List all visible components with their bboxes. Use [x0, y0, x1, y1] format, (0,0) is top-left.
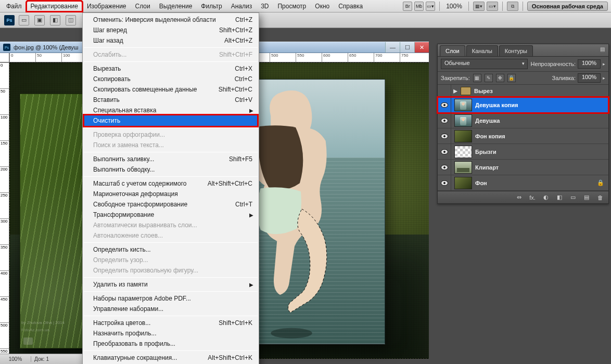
- layer-row[interactable]: Клипарт: [438, 160, 608, 175]
- layer-thumbnail[interactable]: [454, 161, 472, 174]
- opacity-caret-icon[interactable]: ▸: [603, 61, 605, 67]
- new-layer-icon[interactable]: ▤: [582, 194, 591, 201]
- window-maximize-button[interactable]: ☐: [400, 42, 414, 53]
- window-close-button[interactable]: ✕: [414, 42, 429, 53]
- tab-paths[interactable]: Контуры: [499, 45, 533, 56]
- menu-item[interactable]: Выполнить обводку...: [83, 164, 259, 175]
- menu-справка[interactable]: Справка: [334, 1, 367, 11]
- fill-input[interactable]: 100%: [578, 73, 601, 83]
- opt-intersect-icon[interactable]: ◫: [66, 15, 76, 25]
- mask-icon[interactable]: ◐: [542, 194, 550, 201]
- layer-visibility-toggle[interactable]: [438, 113, 451, 128]
- layer-name[interactable]: Девушка: [475, 118, 500, 124]
- layer-group-row[interactable]: ▸Вырез: [438, 85, 608, 97]
- menu-выделение[interactable]: Выделение: [155, 1, 197, 11]
- group-disclosure-icon[interactable]: ▸: [453, 86, 457, 96]
- menu-item[interactable]: Выполнить заливку...Shift+F5: [83, 154, 259, 164]
- menu-item[interactable]: Управление наборами...: [83, 304, 259, 314]
- layer-visibility-toggle[interactable]: [438, 85, 451, 97]
- menu-item[interactable]: Определить кисть...: [83, 244, 259, 255]
- menu-item[interactable]: Масштаб с учетом содержимогоAlt+Shift+Ct…: [83, 178, 259, 189]
- layer-row[interactable]: Брызги: [438, 144, 608, 160]
- layer-row[interactable]: Девушка: [438, 113, 608, 128]
- zoom-level[interactable]: 100%: [444, 3, 464, 10]
- lock-position-icon[interactable]: ✥: [496, 74, 504, 82]
- layer-thumbnail[interactable]: [454, 146, 472, 158]
- bridge-icon[interactable]: Br: [403, 2, 412, 11]
- menu-item[interactable]: Настройка цветов...Shift+Ctrl+K: [83, 318, 259, 328]
- workspace-button[interactable]: Основная рабочая среда: [527, 2, 608, 11]
- layer-thumbnail[interactable]: [454, 99, 472, 111]
- fill-caret-icon[interactable]: ▸: [603, 75, 605, 81]
- layer-name[interactable]: Девушка копия: [475, 102, 518, 108]
- layer-name[interactable]: Фон копия: [475, 133, 505, 139]
- menu-item[interactable]: Трансформирование▶: [83, 210, 259, 220]
- menu-фильтр[interactable]: Фильтр: [197, 1, 226, 11]
- menu-item[interactable]: Шаг впередShift+Ctrl+Z: [83, 25, 259, 35]
- vertical-ruler[interactable]: 050100150200250300350400450500550: [0, 62, 9, 364]
- fx-icon[interactable]: fx.: [528, 194, 537, 201]
- menu-item[interactable]: Удалить из памяти▶: [83, 279, 259, 290]
- layer-thumbnail[interactable]: [454, 114, 472, 127]
- menu-item[interactable]: Свободное трансформированиеCtrl+T: [83, 199, 259, 210]
- menu-просмотр[interactable]: Просмотр: [273, 1, 310, 11]
- menu-item[interactable]: Очистить: [83, 115, 259, 126]
- extras-icon[interactable]: ⧉: [507, 2, 518, 11]
- menu-3d[interactable]: 3D: [257, 1, 273, 11]
- screen-mode-icon[interactable]: ▭▾: [426, 2, 435, 11]
- menu-item[interactable]: Отменить: Инверсия выделенной областиCtr…: [83, 15, 259, 25]
- menu-слои[interactable]: Слои: [131, 1, 155, 11]
- menu-item[interactable]: Преобразовать в профиль...: [83, 339, 259, 349]
- link-layers-icon[interactable]: ⇔: [515, 194, 523, 201]
- tab-layers[interactable]: Слои: [440, 45, 465, 56]
- lock-transparent-icon[interactable]: ▦: [473, 74, 481, 82]
- opt-sub-select-icon[interactable]: ◧: [50, 15, 60, 25]
- adjustment-icon[interactable]: ◧: [555, 194, 564, 201]
- menu-item[interactable]: ВырезатьCtrl+X: [83, 63, 259, 74]
- menu-изображение[interactable]: Изображение: [83, 1, 131, 11]
- minibridge-icon[interactable]: Mb: [414, 2, 424, 11]
- menu-анализ[interactable]: Анализ: [227, 1, 257, 11]
- panel-menu-icon[interactable]: ▤: [598, 46, 606, 54]
- menu-item[interactable]: Скопировать совмещенные данныеShift+Ctrl…: [83, 84, 259, 95]
- menu-item[interactable]: Марионеточная деформация: [83, 189, 259, 199]
- lock-all-icon[interactable]: 🔒: [507, 74, 516, 82]
- edit-menu-dropdown[interactable]: Отменить: Инверсия выделенной областиCtr…: [82, 12, 259, 364]
- menu-редактирование[interactable]: Редактирование: [27, 1, 82, 11]
- menu-item[interactable]: Наборы параметров Adobe PDF...: [83, 293, 259, 304]
- menu-item[interactable]: СкопироватьCtrl+C: [83, 74, 259, 84]
- layer-visibility-toggle[interactable]: [438, 160, 451, 175]
- trash-icon[interactable]: 🗑: [596, 194, 604, 201]
- layer-name[interactable]: Клипарт: [475, 164, 499, 171]
- layer-name[interactable]: Вырез: [474, 88, 493, 94]
- menu-item[interactable]: Назначить профиль...: [83, 328, 259, 339]
- layer-row[interactable]: Девушка копия: [438, 97, 608, 113]
- menu-item[interactable]: Шаг назадAlt+Ctrl+Z: [83, 35, 259, 46]
- layer-name[interactable]: Фон: [475, 180, 487, 186]
- window-minimize-button[interactable]: —: [385, 42, 400, 53]
- layer-visibility-toggle[interactable]: [438, 128, 451, 144]
- opacity-input[interactable]: 100%: [578, 59, 601, 69]
- lock-pixels-icon[interactable]: ✎: [485, 74, 493, 82]
- tab-channels[interactable]: Каналы: [466, 45, 498, 56]
- menu-файл[interactable]: Файл: [2, 1, 26, 11]
- layer-thumbnail[interactable]: [454, 177, 472, 189]
- blend-mode-select[interactable]: Обычные: [441, 59, 528, 69]
- layer-name[interactable]: Брызги: [475, 149, 497, 155]
- layer-row[interactable]: Фон копия: [438, 128, 608, 144]
- screenmode2-icon[interactable]: ▭▾: [487, 2, 498, 11]
- menu-окно[interactable]: Окно: [311, 1, 334, 11]
- layer-thumbnail[interactable]: [454, 130, 472, 142]
- arrange-icon[interactable]: ▦▾: [473, 2, 485, 11]
- group-icon[interactable]: ▭: [569, 194, 577, 201]
- menu-item[interactable]: ВставитьCtrl+V: [83, 95, 259, 105]
- menu-item[interactable]: Специальная вставка▶: [83, 105, 259, 115]
- status-zoom[interactable]: 100%: [0, 356, 31, 362]
- layer-visibility-toggle[interactable]: [438, 175, 451, 190]
- layer-visibility-toggle[interactable]: [438, 144, 451, 159]
- layer-visibility-toggle[interactable]: [438, 97, 451, 112]
- layer-row[interactable]: Фон🔒: [438, 175, 608, 191]
- opt-new-select-icon[interactable]: ▭: [19, 15, 29, 25]
- menu-item[interactable]: Клавиатурные сокращения...Alt+Shift+Ctrl…: [83, 353, 259, 363]
- opt-add-select-icon[interactable]: ▣: [34, 15, 45, 25]
